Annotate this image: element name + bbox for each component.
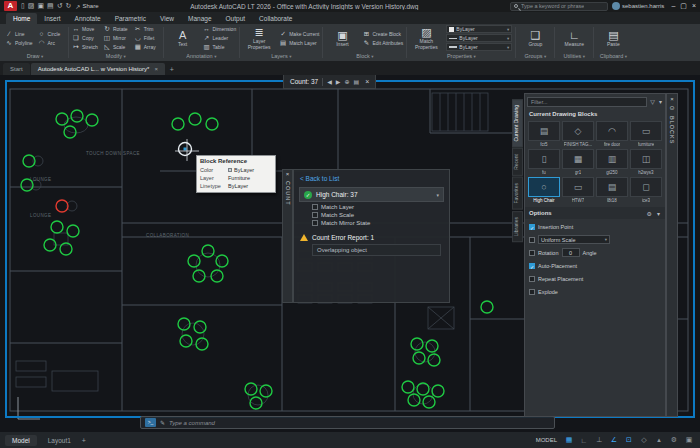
tool-paste[interactable]: ▤Paste (597, 29, 629, 48)
close-icon[interactable]: × (692, 1, 696, 11)
panel-label-block[interactable]: Block ▾ (326, 51, 403, 61)
tool-circle[interactable]: ○Circle (38, 30, 66, 38)
autohide-blocks-palette-icon[interactable]: ⊙ (669, 105, 674, 112)
tool-move[interactable]: ↔Move (72, 25, 98, 33)
grid-icon[interactable]: ▦ (563, 435, 575, 446)
prev-count-icon[interactable]: ◀ (327, 78, 332, 85)
option-uniform-scale[interactable]: Uniform Scale▾ (529, 234, 661, 245)
chair-block[interactable] (413, 352, 425, 364)
count-item-high-chair[interactable]: ✓ High Chair: 37 ▾ (299, 187, 444, 202)
osnap-icon[interactable]: ⊡ (623, 435, 635, 446)
error-chair-block[interactable] (56, 200, 68, 212)
checkbox[interactable]: ✓ (529, 224, 535, 230)
chair-block[interactable] (481, 301, 493, 313)
panel-label-utilities[interactable]: Utilities ▾ (558, 51, 590, 61)
chair-block[interactable] (188, 255, 200, 267)
block-item-finish-tag[interactable]: ◇FINISH TAG... (562, 121, 594, 147)
panel-label-clipboard[interactable]: Clipboard ▾ (597, 51, 629, 61)
user-account[interactable]: sebastien.harris (612, 2, 664, 10)
chair-block[interactable] (202, 245, 214, 257)
angle-input[interactable]: 0 (562, 248, 580, 257)
chair-block[interactable] (260, 385, 272, 397)
chair-block[interactable] (206, 118, 218, 130)
tool-mirror[interactable]: ◫Mirror (103, 34, 129, 42)
chair-block[interactable] (216, 255, 228, 267)
chair-block[interactable] (411, 338, 423, 350)
tool-make-current[interactable]: ✓Make Current (279, 30, 319, 38)
chair-block[interactable] (71, 110, 83, 122)
option-auto-placement[interactable]: ✓Auto-Placement (529, 260, 661, 271)
count-error-item[interactable]: Overlapping object (312, 244, 441, 256)
property-dropdown-lineweight[interactable]: ByLayer▾ (446, 43, 512, 51)
back-to-list-link[interactable]: < Back to List (294, 172, 449, 185)
panel-label-groups[interactable]: Groups ▾ (519, 51, 551, 61)
block-item-fct5[interactable]: ▤fct5 (528, 121, 560, 147)
maximize-icon[interactable]: ▢ (680, 1, 687, 11)
autocad-logo[interactable]: A (4, 1, 17, 11)
chair-block[interactable] (56, 113, 68, 125)
chair-block[interactable] (194, 321, 206, 333)
ribbon-tab-collaborate[interactable]: Collaborate (252, 13, 299, 24)
snap-icon[interactable]: ∟ (578, 435, 590, 446)
tool-polyline[interactable]: ∿Polyline (5, 39, 33, 47)
isodraft-icon[interactable]: ◇ (638, 435, 650, 446)
chair-block[interactable] (426, 340, 438, 352)
option-insertion-point[interactable]: ✓Insertion Point (529, 221, 661, 232)
selection-grip[interactable] (184, 148, 187, 151)
blocks-palette-titlebar[interactable]: × ⊙ BLOCKS (666, 93, 678, 417)
options-collapse-icon[interactable]: ▾ (656, 210, 661, 217)
chair-block[interactable] (245, 383, 257, 395)
palette-tab-libraries[interactable]: Libraries (512, 211, 523, 242)
checkbox[interactable] (529, 289, 535, 295)
ribbon-tab-view[interactable]: View (153, 13, 181, 24)
count-filter-match-scale[interactable]: Match Scale (312, 212, 449, 218)
checkbox[interactable]: ✓ (529, 263, 535, 269)
open-icon[interactable]: ▨ (28, 1, 35, 11)
ribbon-tab-output[interactable]: Output (219, 13, 253, 24)
block-item-htw7[interactable]: ▭HTW7 (562, 177, 594, 203)
block-item-h2wys3[interactable]: ◫h2wys3 (630, 149, 662, 175)
ortho-icon[interactable]: ⊥ (593, 435, 605, 446)
block-item-gr1[interactable]: ▦gr1 (562, 149, 594, 175)
block-item-l8t18[interactable]: ▤l8t18 (596, 177, 628, 203)
chair-block[interactable] (417, 383, 429, 395)
tool-trim[interactable]: ✂Trim (134, 25, 160, 33)
tool-insert[interactable]: ▣Insert (326, 29, 358, 48)
option-explode[interactable]: Explode (529, 286, 661, 297)
ribbon-tab-parametric[interactable]: Parametric (108, 13, 153, 24)
search-box[interactable]: Type a keyword or phrase (510, 2, 608, 11)
drawing-canvas[interactable]: TOUCH DOWN SPACELOUNGELOUNGECOLLABORATIO… (0, 75, 700, 432)
checkbox[interactable] (529, 276, 535, 282)
share-button[interactable]: ↗ Share (75, 3, 98, 10)
annotation-icon[interactable]: ▴ (653, 435, 665, 446)
blocks-menu-chevron-icon[interactable]: ▾ (658, 98, 663, 105)
tab-layout1[interactable]: Layout1 (41, 435, 78, 446)
new-layout-button[interactable]: + (82, 437, 86, 444)
chair-block[interactable] (51, 221, 63, 233)
undo-icon[interactable]: ↺ (57, 1, 63, 11)
palette-tab-recent[interactable]: Recent (512, 148, 523, 176)
tool-dimension[interactable]: ↔Dimension (203, 25, 237, 33)
tab-start[interactable]: Start (3, 63, 30, 75)
panel-label-properties[interactable]: Properties ▾ (410, 51, 512, 61)
count-palette-titlebar[interactable]: × COUNT (282, 169, 293, 303)
ribbon-tab-manage[interactable]: Manage (181, 13, 219, 24)
chair-block[interactable] (189, 113, 201, 125)
next-count-icon[interactable]: ▶ (336, 78, 341, 85)
checkbox[interactable] (312, 220, 318, 226)
option-rotation[interactable]: Rotation0Angle (529, 247, 661, 258)
palette-tab-favorites[interactable]: Favorites (512, 177, 523, 210)
property-dropdown-linetype[interactable]: ByLayer▾ (446, 34, 512, 42)
chair-block[interactable] (172, 118, 184, 130)
new-icon[interactable]: ▯ (21, 1, 25, 11)
block-item-fire-door[interactable]: ◠fire door (596, 121, 628, 147)
options-header[interactable]: Options ⚙ ▾ (525, 207, 665, 219)
checkbox[interactable] (529, 250, 535, 256)
tool-measure[interactable]: ∟Measure (558, 29, 590, 48)
panel-label-draw[interactable]: Draw ▾ (5, 51, 65, 61)
tool-table[interactable]: ▥Table (203, 43, 237, 51)
tool-copy[interactable]: ❏Copy (72, 34, 98, 42)
checkbox[interactable] (312, 204, 318, 210)
count-filter-match-layer[interactable]: Match Layer (312, 204, 449, 210)
new-drawing-tab-button[interactable]: + (166, 63, 178, 75)
